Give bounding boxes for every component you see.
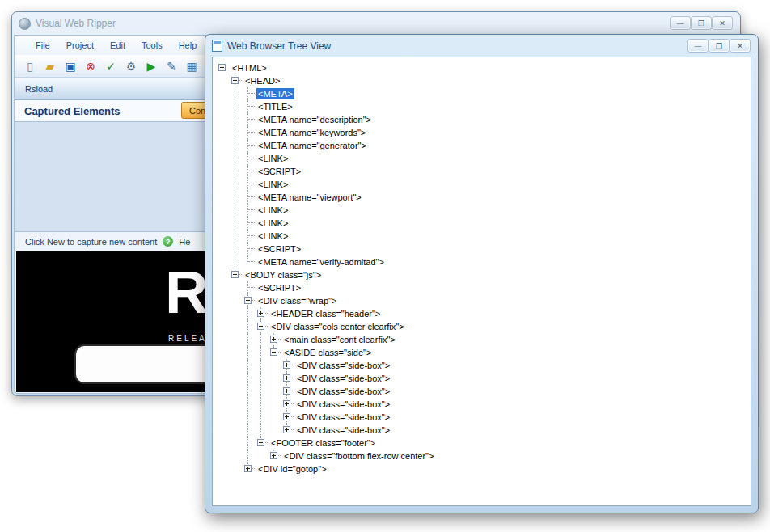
collapse-icon[interactable]: [244, 297, 252, 304]
table-icon[interactable]: ▦: [184, 58, 200, 74]
tree-row[interactable]: <LINK>: [216, 217, 751, 230]
tree-node-label[interactable]: <LINK>: [256, 179, 290, 190]
tree-node-label[interactable]: <DIV class="cols center clearfix">: [269, 321, 406, 332]
tree-node-label[interactable]: <BODY class="js">: [243, 269, 323, 281]
tree-row[interactable]: <main class="cont clearfix">: [216, 333, 751, 346]
tree-row[interactable]: <DIV id="gotop">: [216, 462, 751, 475]
tree-node-label[interactable]: <FOOTER class="footer">: [269, 437, 377, 449]
menu-project[interactable]: Project: [58, 38, 102, 53]
tree-node-label[interactable]: <META name="description">: [256, 114, 373, 125]
tree-node-label[interactable]: <META name="keywords">: [256, 127, 367, 138]
stop-icon[interactable]: ⊗: [82, 58, 99, 74]
tree-row[interactable]: <HEADER class="header">: [216, 307, 751, 320]
expand-icon[interactable]: [283, 413, 290, 420]
tree-row[interactable]: <SCRIPT>: [216, 165, 751, 178]
tree-row[interactable]: <DIV class="side-box">: [216, 424, 751, 437]
expand-icon[interactable]: [283, 361, 290, 369]
expand-icon[interactable]: [244, 465, 252, 472]
tree-row[interactable]: <META>: [216, 87, 751, 100]
help-link[interactable]: He: [179, 237, 190, 247]
tree-node-label[interactable]: <LINK>: [256, 217, 290, 229]
tree-row[interactable]: <DIV class="side-box">: [216, 385, 751, 398]
tree-node-label[interactable]: <SCRIPT>: [256, 282, 302, 293]
expand-icon[interactable]: [270, 336, 277, 343]
tree-row[interactable]: <DIV class="side-box">: [216, 398, 751, 411]
collapse-icon[interactable]: [231, 77, 239, 84]
open-project-icon[interactable]: ▰: [42, 58, 58, 74]
tree-node-label[interactable]: <DIV class="wrap">: [256, 295, 338, 306]
run-icon[interactable]: ▶: [143, 58, 159, 74]
tree-row[interactable]: <FOOTER class="footer">: [216, 437, 751, 450]
tree-node-label[interactable]: <SCRIPT>: [256, 243, 302, 255]
tree-node-label[interactable]: <LINK>: [256, 205, 290, 216]
new-document-icon[interactable]: ▯: [22, 58, 38, 74]
expand-icon[interactable]: [283, 387, 290, 395]
maximize-button[interactable]: ❐: [692, 17, 711, 29]
tree-node-label[interactable]: <HEADER class="header">: [269, 308, 382, 319]
expand-icon[interactable]: [270, 452, 277, 459]
expand-icon[interactable]: [283, 400, 290, 407]
tree-row[interactable]: <LINK>: [216, 178, 751, 191]
tree-row[interactable]: <META name="verify-admitad">: [216, 255, 751, 268]
minimize-button[interactable]: —: [688, 40, 708, 52]
tree-row[interactable]: <DIV class="side-box">: [216, 359, 751, 372]
tree-row[interactable]: <TITLE>: [216, 100, 751, 113]
tree-row[interactable]: <META name="keywords">: [216, 126, 751, 139]
tree-row[interactable]: <META name="generator">: [216, 139, 751, 152]
tree-row[interactable]: <HTML>: [216, 61, 751, 74]
menu-edit[interactable]: Edit: [102, 38, 133, 53]
collapse-icon[interactable]: [218, 64, 226, 71]
tree-node-label[interactable]: <META name="generator">: [256, 140, 368, 151]
tree-node-label[interactable]: <main class="cont clearfix">: [282, 334, 397, 345]
tree-row[interactable]: <SCRIPT>: [216, 243, 751, 255]
menu-file[interactable]: File: [28, 38, 58, 53]
options-gear-icon[interactable]: ⚙: [123, 58, 139, 74]
tree-node-label[interactable]: <SCRIPT>: [256, 166, 302, 177]
tree-node-label[interactable]: <DIV class="fbottom flex-row center">: [282, 450, 435, 462]
tree-node-label[interactable]: <DIV class="side-box">: [295, 424, 391, 436]
tree-node-label[interactable]: <DIV class="side-box">: [295, 412, 391, 423]
menu-tools[interactable]: Tools: [133, 38, 171, 53]
tree-node-label[interactable]: <ASIDE class="side">: [282, 347, 373, 358]
tree-node-label[interactable]: <LINK>: [256, 230, 290, 242]
tree-row[interactable]: <LINK>: [216, 230, 751, 243]
tree-node-label[interactable]: <META>: [256, 88, 294, 99]
tree-row[interactable]: <BODY class="js">: [216, 268, 751, 281]
tree-row[interactable]: <DIV class="side-box">: [216, 411, 751, 424]
collapse-icon[interactable]: [270, 348, 277, 356]
tree-node-label[interactable]: <LINK>: [256, 153, 290, 164]
tree-row[interactable]: <HEAD>: [216, 74, 751, 87]
tree-node-label[interactable]: <DIV class="side-box">: [295, 399, 391, 410]
tree-node-label[interactable]: <DIV class="side-box">: [295, 373, 391, 384]
tree-node-label[interactable]: <DIV class="side-box">: [295, 386, 391, 397]
validate-list-icon[interactable]: ✓: [103, 58, 119, 74]
tree-row[interactable]: <ASIDE class="side">: [216, 346, 751, 359]
tree-node-label[interactable]: <TITLE>: [256, 101, 294, 112]
tree-row[interactable]: <DIV class="cols center clearfix">: [216, 320, 751, 333]
tree-row[interactable]: <DIV class="wrap">: [216, 294, 751, 307]
tree-row[interactable]: <DIV class="fbottom flex-row center">: [216, 450, 751, 462]
tree-row[interactable]: <LINK>: [216, 152, 751, 165]
maximize-button[interactable]: ❐: [709, 40, 729, 52]
close-button[interactable]: ✕: [730, 40, 750, 52]
tree-node-label[interactable]: <META name="viewport">: [256, 192, 363, 203]
tree-node-label[interactable]: <HTML>: [231, 62, 269, 74]
expand-icon[interactable]: [257, 310, 264, 317]
menu-help[interactable]: Help: [171, 38, 205, 53]
tree-row[interactable]: <LINK>: [216, 204, 751, 217]
edit-icon[interactable]: ✎: [163, 58, 180, 74]
save-icon[interactable]: ▣: [62, 58, 78, 74]
collapse-icon[interactable]: [257, 323, 264, 330]
tree-row[interactable]: <DIV class="side-box">: [216, 372, 751, 385]
tree-row[interactable]: <SCRIPT>: [216, 281, 751, 294]
expand-icon[interactable]: [283, 374, 290, 382]
tree-row[interactable]: <META name="description">: [216, 113, 751, 126]
tree-row[interactable]: <META name="viewport">: [216, 191, 751, 204]
expand-icon[interactable]: [283, 426, 290, 433]
close-button[interactable]: ✕: [713, 17, 732, 29]
collapse-icon[interactable]: [257, 439, 264, 446]
tree-view-panel[interactable]: <HTML><HEAD><META><TITLE><META name="des…: [212, 57, 751, 506]
minimize-button[interactable]: —: [671, 17, 690, 29]
tree-node-label[interactable]: <META name="verify-admitad">: [256, 256, 386, 268]
tree-node-label[interactable]: <HEAD>: [243, 75, 281, 87]
